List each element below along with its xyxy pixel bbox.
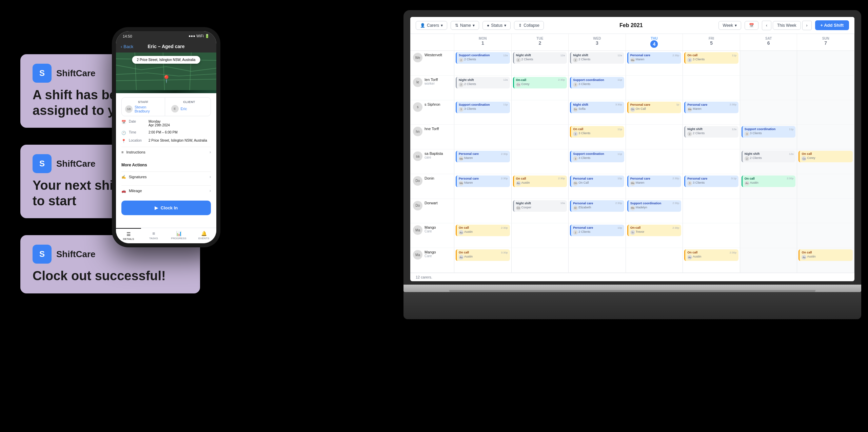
day-cell-carer8-day0[interactable]: On call 3:30p Au Austin bbox=[454, 248, 512, 273]
day-cell-carer4-day3[interactable] bbox=[626, 149, 683, 174]
day-cell-carer7-day2[interactable]: Personal care 10p 2 2 Clients bbox=[569, 223, 626, 248]
day-cell-carer1-day5[interactable] bbox=[740, 76, 797, 100]
day-cell-carer2-day5[interactable] bbox=[740, 100, 797, 125]
shift-block[interactable]: On-call 2:30p Co Corey bbox=[513, 77, 567, 88]
shift-block[interactable]: Support coordination 2:30p Ma Madelyn bbox=[627, 200, 682, 212]
shift-block[interactable]: On call 2:30p Au Austin bbox=[513, 176, 567, 187]
day-cell-carer6-day4[interactable] bbox=[683, 199, 740, 224]
shift-block[interactable]: Night shift 3:30p So Sofia bbox=[570, 102, 624, 113]
back-button[interactable]: ‹ Back bbox=[121, 44, 133, 49]
shift-block[interactable]: On call Co Corey bbox=[798, 151, 853, 162]
day-cell-carer5-day4[interactable]: Personal care 3:1p 3 3 Clients bbox=[683, 174, 740, 199]
shift-block[interactable]: Personal care 1p On On Call bbox=[627, 102, 682, 113]
day-cell-carer3-day1[interactable] bbox=[512, 125, 569, 149]
shift-block[interactable]: Night shift 12a 2 2 Clients bbox=[570, 52, 624, 64]
day-cell-carer6-day0[interactable] bbox=[454, 199, 512, 224]
shift-block[interactable]: On call 11p 3 3 Clients bbox=[570, 126, 624, 138]
shift-block[interactable]: On call 2:30p Au Austin bbox=[456, 225, 510, 236]
mileage-row[interactable]: 🚗 Mileage › bbox=[121, 185, 211, 196]
day-cell-carer3-day6[interactable] bbox=[797, 125, 854, 149]
day-cell-carer3-day3[interactable] bbox=[626, 125, 683, 149]
day-cell-carer7-day4[interactable] bbox=[683, 223, 740, 248]
shift-block[interactable]: Personal care 2:30p Ma Maren bbox=[456, 151, 510, 162]
day-cell-carer0-day5[interactable] bbox=[740, 51, 797, 76]
day-cell-carer0-day1[interactable]: Night shift 12a 2 2 Clients bbox=[512, 51, 569, 76]
staff-name[interactable]: Steven Bradbury bbox=[135, 105, 161, 113]
shift-block[interactable]: Night shift 12a 2 2 Clients bbox=[513, 52, 567, 64]
client-name[interactable]: Eric bbox=[181, 107, 187, 111]
carers-filter-button[interactable]: 👤 Carers ▾ bbox=[416, 21, 447, 30]
day-cell-carer6-day5[interactable] bbox=[740, 199, 797, 224]
shift-block[interactable]: On call 11p 3 3 Clients bbox=[684, 52, 738, 64]
day-cell-carer6-day2[interactable]: Personal care 2:30p El Elizabeth bbox=[569, 199, 626, 224]
day-cell-carer8-day5[interactable] bbox=[740, 248, 797, 273]
day-cell-carer1-day4[interactable] bbox=[683, 76, 740, 100]
day-cell-carer4-day6[interactable]: On call Co Corey bbox=[797, 149, 854, 174]
add-shift-button[interactable]: + Add Shift bbox=[815, 20, 849, 30]
day-cell-carer7-day1[interactable] bbox=[512, 223, 569, 248]
day-cell-carer7-day6[interactable] bbox=[797, 223, 854, 248]
shift-block[interactable]: Personal care 10p 2 2 Clients bbox=[570, 225, 624, 236]
instructions-row[interactable]: ≡ Instructions › bbox=[121, 147, 211, 157]
day-cell-carer1-day1[interactable]: On-call 2:30p Co Corey bbox=[512, 76, 569, 100]
day-cell-carer5-day6[interactable] bbox=[797, 174, 854, 199]
shift-block[interactable]: Personal care 2:30p Ma Maren bbox=[627, 176, 682, 187]
nav-events[interactable]: 🔔 EVENTS bbox=[191, 228, 216, 243]
day-cell-carer2-day1[interactable] bbox=[512, 100, 569, 125]
day-cell-carer4-day4[interactable] bbox=[683, 149, 740, 174]
day-cell-carer5-day0[interactable]: Personal care 2:30p Ma Maren bbox=[454, 174, 512, 199]
day-cell-carer3-day4[interactable]: Night shift 12a 2 2 Clients bbox=[683, 125, 740, 149]
this-week-button[interactable]: This Week bbox=[773, 21, 801, 30]
day-cell-carer0-day2[interactable]: Night shift 12a 2 2 Clients bbox=[569, 51, 626, 76]
shift-block[interactable]: Personal care 2:30p Ma Maren bbox=[684, 102, 738, 113]
shift-block[interactable]: Support coordination 11p 3 3 Clients bbox=[456, 102, 510, 113]
day-cell-carer3-day0[interactable] bbox=[454, 125, 512, 149]
day-cell-carer5-day2[interactable]: Personal care 10p On On Call bbox=[569, 174, 626, 199]
shift-block[interactable]: Personal care 10p On On Call bbox=[570, 176, 624, 187]
shift-block[interactable]: On call Au Austin bbox=[798, 249, 853, 261]
day-cell-carer3-day5[interactable]: Support coordination 11p 3 3 Clients bbox=[740, 125, 797, 149]
day-cell-carer7-day0[interactable]: On call 2:30p Au Austin bbox=[454, 223, 512, 248]
shift-block[interactable]: Personal care 3:1p 3 3 Clients bbox=[684, 176, 738, 187]
shift-block[interactable]: Support coordination 12a 2 2 Clients bbox=[456, 52, 510, 64]
day-cell-carer2-day4[interactable]: Personal care 2:30p Ma Maren bbox=[683, 100, 740, 125]
shift-block[interactable]: Support coordination 11p 3 3 Clients bbox=[570, 151, 624, 162]
day-cell-carer0-day0[interactable]: Support coordination 12a 2 2 Clients bbox=[454, 51, 512, 76]
day-cell-carer1-day3[interactable] bbox=[626, 76, 683, 100]
shift-block[interactable]: Personal care 2:30p Ma Maren bbox=[627, 52, 682, 64]
shift-block[interactable]: On call 2:30p Au Austin bbox=[742, 176, 796, 187]
signatures-row[interactable]: ✍ Signatures › bbox=[121, 171, 211, 182]
day-cell-carer2-day0[interactable]: Support coordination 11p 3 3 Clients bbox=[454, 100, 512, 125]
day-cell-carer7-day3[interactable]: On-call 2:30p Tr Trevor bbox=[626, 223, 683, 248]
day-cell-carer2-day6[interactable] bbox=[797, 100, 854, 125]
day-cell-carer1-day0[interactable]: Night shift 12a 2 2 Clients bbox=[454, 76, 512, 100]
day-cell-carer0-day6[interactable] bbox=[797, 51, 854, 76]
name-filter-button[interactable]: ⇅ Name ▾ bbox=[451, 21, 479, 30]
shift-block[interactable]: Night shift 12a 2 2 Clients bbox=[684, 126, 738, 138]
day-cell-carer1-day2[interactable]: Support coordination 11p 3 3 Clients bbox=[569, 76, 626, 100]
day-cell-carer8-day3[interactable] bbox=[626, 248, 683, 273]
shift-block[interactable]: Support coordination 11p 3 3 Clients bbox=[742, 126, 796, 138]
nav-details[interactable]: ☰ DETAILS bbox=[116, 228, 141, 243]
day-cell-carer8-day1[interactable] bbox=[512, 248, 569, 273]
shift-block[interactable]: Personal care 2:30p El Elizabeth bbox=[570, 200, 624, 212]
day-cell-carer6-day3[interactable]: Support coordination 2:30p Ma Madelyn bbox=[626, 199, 683, 224]
shift-block[interactable]: Support coordination 11p 3 3 Clients bbox=[570, 77, 624, 88]
status-filter-button[interactable]: ● Status ▾ bbox=[482, 21, 511, 30]
day-cell-carer5-day1[interactable]: On call 2:30p Au Austin bbox=[512, 174, 569, 199]
day-cell-carer2-day2[interactable]: Night shift 3:30p So Sofia bbox=[569, 100, 626, 125]
day-cell-carer7-day5[interactable] bbox=[740, 223, 797, 248]
nav-progress[interactable]: 📊 PROGRESS bbox=[166, 228, 191, 243]
day-cell-carer0-day3[interactable]: Personal care 2:30p Ma Maren bbox=[626, 51, 683, 76]
day-cell-carer6-day6[interactable] bbox=[797, 199, 854, 224]
day-cell-carer5-day3[interactable]: Personal care 2:30p Ma Maren bbox=[626, 174, 683, 199]
collapse-button[interactable]: ⇕ Collapse bbox=[514, 21, 544, 30]
calendar-icon-button[interactable]: 📅 bbox=[745, 21, 758, 30]
shift-block[interactable]: Night shift 12a 2 2 Clients bbox=[742, 151, 796, 162]
day-cell-carer4-day1[interactable] bbox=[512, 149, 569, 174]
day-cell-carer0-day4[interactable]: On call 11p 3 3 Clients bbox=[683, 51, 740, 76]
day-cell-carer2-day3[interactable]: Personal care 1p On On Call bbox=[626, 100, 683, 125]
prev-week-button[interactable]: ‹ bbox=[762, 21, 771, 30]
day-cell-carer8-day6[interactable]: On call Au Austin bbox=[797, 248, 854, 273]
day-cell-carer8-day4[interactable]: On call 2:30p Au Austin bbox=[683, 248, 740, 273]
